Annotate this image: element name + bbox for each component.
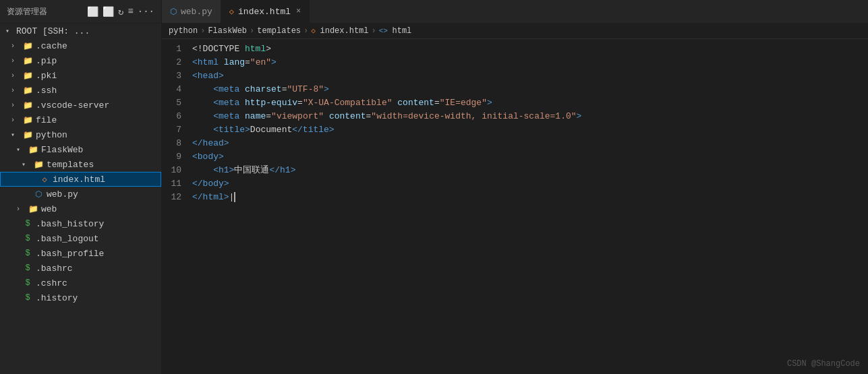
token: name bbox=[245, 111, 266, 121]
line-content: <h1>中国联通</h1> bbox=[192, 164, 868, 177]
token: </html> bbox=[192, 192, 229, 202]
sidebar-item-label: .bash_profile bbox=[36, 249, 104, 259]
sidebar-item-label: python bbox=[36, 130, 67, 140]
sidebar: ROOT [SSH: ...📁.cache📁.pip📁.pki📁.ssh📁.vs… bbox=[0, 24, 162, 374]
token: Document bbox=[250, 125, 292, 135]
token: > bbox=[266, 44, 271, 54]
breadcrumb-sep: › bbox=[372, 26, 376, 36]
breadcrumb-part-4[interactable]: <> html bbox=[379, 26, 412, 36]
token: <head> bbox=[192, 71, 224, 81]
token bbox=[239, 111, 245, 121]
line-content: <html lang="en"> bbox=[192, 56, 868, 69]
root-chevron bbox=[5, 27, 16, 35]
token: "en" bbox=[250, 57, 271, 67]
tab-close-icon[interactable]: × bbox=[296, 7, 301, 16]
code-line-7[interactable]: 7 <title>Document</title> bbox=[162, 123, 868, 137]
new-file-icon[interactable]: ⬜ bbox=[87, 6, 98, 18]
sidebar-item-label: .vscode-server bbox=[36, 100, 109, 111]
sidebar-item-vscode-server[interactable]: 📁.vscode-server bbox=[0, 98, 161, 113]
code-line-12[interactable]: 12</html>| bbox=[162, 191, 868, 204]
code-line-5[interactable]: 5 <meta http-equiv="X-UA-Compatible" con… bbox=[162, 96, 868, 110]
token: 中国联通 bbox=[234, 165, 269, 175]
code-line-11[interactable]: 11</body> bbox=[162, 177, 868, 191]
code-line-4[interactable]: 4 <meta charset="UTF-8"> bbox=[162, 83, 868, 96]
tab-index-html[interactable]: ◇index.html× bbox=[221, 0, 310, 23]
dollar-file-icon: $ bbox=[22, 234, 34, 243]
sidebar-root[interactable]: ROOT [SSH: ... bbox=[0, 24, 161, 38]
more-icon[interactable]: ··· bbox=[138, 6, 154, 18]
code-container[interactable]: 1<!DOCTYPE html>2<html lang="en">3<head>… bbox=[162, 39, 868, 374]
sidebar-item-label: .bash_logout bbox=[36, 234, 99, 244]
sidebar-item-label: FlaskWeb bbox=[41, 145, 83, 155]
token: content bbox=[397, 98, 434, 108]
html-file-icon: ◇ bbox=[38, 175, 51, 185]
sidebar-item-web[interactable]: 📁web bbox=[0, 201, 161, 216]
sidebar-item-templates[interactable]: 📁templates bbox=[0, 157, 161, 172]
breadcrumb-part-3[interactable]: ◇ index.html bbox=[311, 26, 368, 36]
token: > bbox=[577, 111, 582, 121]
folder-chevron bbox=[11, 57, 22, 65]
sidebar-item-flaskweb[interactable]: 📁FlaskWeb bbox=[0, 142, 161, 157]
folder-icon: 📁 bbox=[22, 130, 34, 140]
tab-web-py[interactable]: ⬡web.py bbox=[162, 0, 221, 23]
code-line-10[interactable]: 10 <h1>中国联通</h1> bbox=[162, 164, 868, 177]
line-content: </head> bbox=[192, 137, 868, 150]
token bbox=[219, 57, 224, 67]
sidebar-item-cshrc[interactable]: $.cshrc bbox=[0, 276, 161, 290]
code-line-9[interactable]: 9<body> bbox=[162, 150, 868, 164]
sidebar-item-bash-logout[interactable]: $.bash_logout bbox=[0, 231, 161, 246]
root-label: ROOT [SSH: ... bbox=[16, 26, 90, 36]
folder-icon: 📁 bbox=[22, 41, 34, 51]
sidebar-item-python[interactable]: 📁python bbox=[0, 127, 161, 142]
token bbox=[239, 84, 245, 94]
line-number: 8 bbox=[162, 137, 192, 150]
token bbox=[192, 125, 213, 135]
sidebar-item-ssh[interactable]: 📁.ssh bbox=[0, 83, 161, 98]
token: content bbox=[329, 111, 366, 121]
sidebar-item-pki[interactable]: 📁.pki bbox=[0, 68, 161, 83]
collapse-icon[interactable]: ≡ bbox=[127, 6, 133, 18]
token: <meta bbox=[213, 98, 239, 108]
code-line-1[interactable]: 1<!DOCTYPE html> bbox=[162, 42, 868, 56]
code-line-6[interactable]: 6 <meta name="viewport" content="width=d… bbox=[162, 110, 868, 123]
folder-icon: 📁 bbox=[22, 71, 34, 81]
sidebar-item-cache[interactable]: 📁.cache bbox=[0, 38, 161, 53]
token: "X-UA-Compatible" bbox=[303, 98, 393, 108]
sidebar-item-label: file bbox=[36, 115, 57, 125]
breadcrumb-part-2[interactable]: templates bbox=[257, 26, 301, 36]
sidebar-item-file[interactable]: 📁file bbox=[0, 113, 161, 127]
dollar-file-icon: $ bbox=[22, 263, 34, 273]
watermark: CSDN @ShangCode bbox=[787, 359, 860, 369]
sidebar-item-bashrc[interactable]: $.bashrc bbox=[0, 261, 161, 276]
token bbox=[192, 165, 213, 175]
refresh-icon[interactable]: ↻ bbox=[118, 6, 123, 18]
token: "width=device-width, initial-scale=1.0" bbox=[371, 111, 576, 121]
sidebar-item-pip[interactable]: 📁.pip bbox=[0, 53, 161, 68]
new-folder-icon[interactable]: ⬜ bbox=[103, 6, 114, 18]
breadcrumb-part-0[interactable]: python bbox=[169, 26, 198, 36]
sidebar-item-label: .bash_history bbox=[36, 219, 104, 229]
sidebar-item-web-py[interactable]: ⬡web.py bbox=[0, 187, 161, 201]
sidebar-item-bash-profile[interactable]: $.bash_profile bbox=[0, 246, 161, 261]
breadcrumb-sep: › bbox=[303, 26, 308, 36]
line-content: <meta name="viewport" content="width=dev… bbox=[192, 110, 868, 123]
sidebar-item-history[interactable]: $.history bbox=[0, 290, 161, 305]
code-line-2[interactable]: 2<html lang="en"> bbox=[162, 56, 868, 69]
token: "IE=edge" bbox=[440, 98, 487, 108]
folder-chevron bbox=[11, 72, 22, 80]
token: = bbox=[266, 111, 271, 121]
line-content: <!DOCTYPE html> bbox=[192, 42, 868, 56]
token: <meta bbox=[213, 111, 239, 121]
breadcrumb-part-1[interactable]: FlaskWeb bbox=[208, 26, 247, 36]
code-line-8[interactable]: 8</head> bbox=[162, 137, 868, 150]
token: <meta bbox=[213, 84, 239, 94]
sidebar-item-index-html[interactable]: ◇index.html bbox=[0, 172, 161, 187]
sidebar-item-label: .cshrc bbox=[36, 278, 67, 288]
breadcrumb-sep: › bbox=[250, 26, 254, 36]
line-content: <meta charset="UTF-8"> bbox=[192, 83, 868, 96]
code-line-3[interactable]: 3<head> bbox=[162, 69, 868, 83]
editor-area: python›FlaskWeb›templates›◇ index.html›<… bbox=[162, 24, 868, 374]
line-number: 9 bbox=[162, 150, 192, 164]
sidebar-item-bash-history[interactable]: $.bash_history bbox=[0, 216, 161, 231]
line-number: 7 bbox=[162, 123, 192, 137]
